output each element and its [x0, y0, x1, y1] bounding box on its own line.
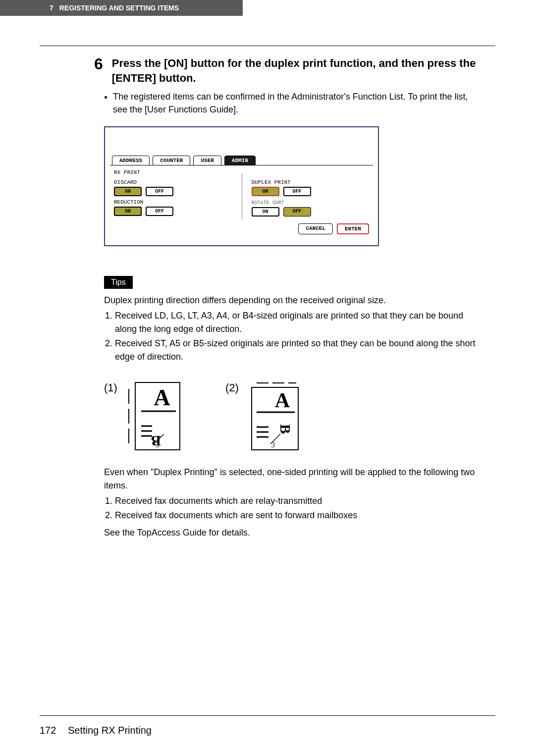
- chapter-title: REGISTERING AND SETTING ITEMS: [59, 4, 179, 12]
- diagram-2: A B 3: [248, 381, 302, 451]
- footer-section: Setting RX Printing: [68, 725, 152, 736]
- chapter-number: 7: [50, 4, 54, 12]
- tips-para-3: See the TopAccess Guide for details.: [104, 526, 481, 540]
- tips-list-2: Received fax documents which are relay-t…: [115, 494, 481, 522]
- step-number: 6: [94, 56, 103, 72]
- svg-text:B: B: [277, 424, 294, 434]
- svg-text:A: A: [154, 385, 170, 410]
- page-footer: 172 Setting RX Printing: [40, 715, 495, 736]
- diagram-2-label: (2): [225, 381, 239, 394]
- tips-item: Received fax documents which are relay-t…: [115, 494, 481, 508]
- tab-counter[interactable]: COUNTER: [153, 156, 190, 165]
- rotate-off-button[interactable]: OFF: [283, 207, 311, 216]
- duplex-off-button[interactable]: OFF: [283, 187, 311, 196]
- reduction-on-button[interactable]: ON: [114, 207, 142, 216]
- tab-address[interactable]: ADDRESS: [112, 156, 150, 165]
- action-row: CANCEL ENTER: [114, 223, 369, 234]
- svg-line-23: [270, 434, 280, 444]
- tips-item: Received ST, A5 or B5-sized originals ar…: [115, 337, 481, 364]
- discard-off-button[interactable]: OFF: [146, 187, 173, 196]
- tips-badge: Tips: [104, 276, 133, 289]
- step-bullets: The registered items can be confirmed in…: [104, 90, 481, 116]
- tab-admin[interactable]: ADMIN: [224, 156, 256, 165]
- enter-button[interactable]: ENTER: [337, 223, 369, 234]
- footer-rule: [40, 715, 495, 716]
- chapter-header: 7 REGISTERING AND SETTING ITEMS: [0, 0, 243, 16]
- panel-left-col: DISCARD ON OFF REDUCTION ON OFF: [114, 176, 232, 216]
- step-block: 6 Press the [ON] button for the duplex p…: [94, 56, 481, 85]
- diagram-1: A B 3: [126, 381, 181, 451]
- duplex-on-button[interactable]: ON: [252, 187, 279, 196]
- step-bullet-item: The registered items can be confirmed in…: [113, 90, 481, 116]
- tab-user[interactable]: USER: [193, 156, 221, 165]
- step-title: Press the [ON] button for the duplex pri…: [112, 56, 481, 85]
- top-rule: [40, 46, 495, 46]
- tips-para-2: Even when "Duplex Printing" is selected,…: [104, 466, 481, 492]
- discard-label: DISCARD: [114, 179, 232, 185]
- cancel-button[interactable]: CANCEL: [298, 223, 333, 234]
- rotate-label: ROTATE SORT: [252, 200, 370, 206]
- panel-right-col: DUPLEX PRINT ON OFF ROTATE SORT ON OFF: [252, 176, 370, 216]
- rotate-on-button[interactable]: ON: [252, 207, 279, 216]
- diagram-row: (1) A B 3: [104, 381, 481, 451]
- tips-intro: Duplex printing direction differs depend…: [104, 294, 481, 307]
- reduction-label: REDUCTION: [114, 199, 232, 205]
- svg-text:3: 3: [156, 441, 160, 449]
- panel-body: RX PRINT DISCARD ON OFF REDUCTION ON OFF: [110, 165, 373, 240]
- page-number: 172: [40, 725, 56, 736]
- diagram-1-label: (1): [104, 381, 117, 394]
- tips-item: Received LD, LG, LT, A3, A4, or B4-sized…: [115, 309, 481, 336]
- discard-on-button[interactable]: ON: [114, 187, 142, 196]
- tips-list-1: Received LD, LG, LT, A3, A4, or B4-sized…: [115, 309, 481, 364]
- svg-text:A: A: [275, 389, 290, 412]
- tips-item: Received fax documents which are sent to…: [115, 509, 481, 522]
- duplex-label: DUPLEX PRINT: [252, 179, 370, 185]
- reduction-off-button[interactable]: OFF: [146, 207, 173, 216]
- tab-row: ADDRESS COUNTER USER ADMIN: [110, 156, 373, 165]
- lcd-panel: ADDRESS COUNTER USER ADMIN RX PRINT DISC…: [104, 126, 379, 246]
